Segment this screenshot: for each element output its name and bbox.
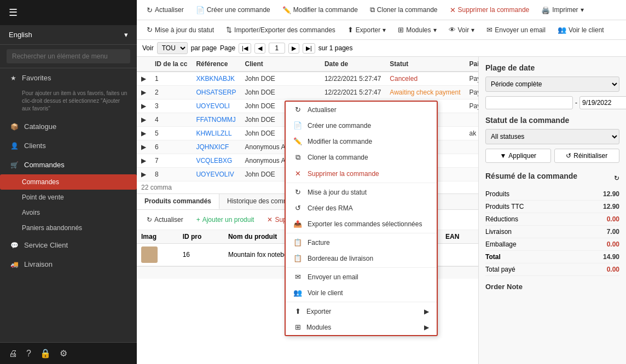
modules-label: Modules bbox=[406, 26, 431, 34]
periode-select[interactable]: Période complète bbox=[485, 77, 619, 92]
clients-icon: 👤 bbox=[10, 142, 19, 150]
search-input[interactable] bbox=[7, 49, 130, 63]
ctx-actualiser[interactable]: ↻ Actualiser bbox=[286, 102, 437, 118]
date-fin-input[interactable] bbox=[579, 96, 626, 109]
sidebar-sub-item-avoirs[interactable]: Avoirs bbox=[0, 205, 137, 220]
ctx-maj-statut[interactable]: ↻ Mise à jour du statut bbox=[286, 184, 437, 200]
service-client-icon: 💬 bbox=[10, 242, 19, 249]
expand-icon: ▶ bbox=[137, 154, 150, 168]
col-id[interactable]: ID de la cc bbox=[150, 57, 192, 72]
envoyer-email-button[interactable]: ✉ Envoyer un email bbox=[482, 24, 550, 36]
ctx-exporter-selectionnees[interactable]: 📤 Exporter les commandes sélectionnées bbox=[286, 216, 437, 232]
date-range-row: - bbox=[485, 96, 619, 109]
expand-icon: ▶ bbox=[137, 99, 150, 113]
expand-icon: ▶ bbox=[137, 72, 150, 86]
expand-icon: ▶ bbox=[137, 113, 150, 127]
sidebar-item-clients[interactable]: 👤 Clients bbox=[0, 136, 137, 155]
col-client[interactable]: Client bbox=[241, 57, 320, 72]
ctx-facture[interactable]: 📋 Facture bbox=[286, 234, 437, 250]
ctx-envoyer-email[interactable]: ✉ Envoyer un email bbox=[286, 269, 437, 285]
ctx-customer-icon: 👥 bbox=[293, 289, 302, 297]
order-client: John DOE bbox=[241, 86, 320, 99]
date-debut-input[interactable] bbox=[485, 96, 573, 109]
tab-produits-commandes[interactable]: Produits commandés bbox=[137, 194, 219, 209]
cloner-commande-button[interactable]: ⧉ Cloner la commande bbox=[366, 3, 442, 16]
ctx-supprimer-commande[interactable]: ✕ Supprimer la commande bbox=[286, 166, 437, 181]
ajouter-produit-button[interactable]: + Ajouter un produit bbox=[192, 214, 259, 226]
sidebar-item-livraison[interactable]: 🚚 Livraison bbox=[0, 255, 137, 274]
sidebar-lang[interactable]: English ▾ bbox=[0, 25, 137, 45]
settings-icon[interactable]: ⚙ bbox=[60, 348, 67, 359]
sidebar-item-commandes[interactable]: 🛒 Commandes bbox=[0, 155, 137, 174]
appliquer-button[interactable]: ▼ Appliquer bbox=[485, 149, 551, 163]
hamburger-icon[interactable]: ☰ bbox=[9, 7, 18, 19]
refresh-icon: ↻ bbox=[147, 6, 153, 14]
reinitialiser-button[interactable]: ↺ Réinitialiser bbox=[554, 149, 620, 163]
supprimer-commande-button[interactable]: ✕ Supprimer la commande bbox=[445, 4, 534, 16]
sidebar-header: ☰ bbox=[0, 0, 137, 25]
actualiser-produits-button[interactable]: ↻ Actualiser bbox=[142, 214, 188, 226]
import-export-button[interactable]: ⇅ Importer/Exporter des commandes bbox=[222, 24, 340, 36]
page-input[interactable] bbox=[269, 43, 285, 54]
sidebar-item-favorites[interactable]: ★ Favorites bbox=[0, 68, 137, 87]
ctx-export-select-icon: 📤 bbox=[293, 220, 302, 228]
voir-client-button[interactable]: 👥 Voir le client bbox=[553, 24, 608, 36]
sidebar-item-catalogue[interactable]: 📦 Catalogue bbox=[0, 117, 137, 136]
order-note-label: Order Note bbox=[485, 283, 619, 291]
ctx-modules[interactable]: ⊞ Modules ▶ bbox=[286, 319, 437, 335]
first-page-button[interactable]: |◀ bbox=[239, 43, 251, 54]
ctx-creer-commande[interactable]: 📄 Créer une commande bbox=[286, 118, 437, 133]
emballage-label: Emballage bbox=[485, 240, 517, 248]
ctx-export-icon: ⬆ bbox=[293, 307, 302, 315]
order-id: 1 bbox=[150, 72, 192, 86]
statut-select[interactable]: All statuses bbox=[485, 129, 619, 144]
col-date[interactable]: Date de bbox=[320, 57, 385, 72]
ajouter-produit-label: Ajouter un produit bbox=[202, 216, 254, 224]
star-icon: ★ bbox=[10, 74, 16, 82]
sidebar-sub-item-paniers[interactable]: Paniers abandonnés bbox=[0, 220, 137, 236]
sidebar-item-service-client[interactable]: 💬 Service Client bbox=[0, 236, 137, 255]
col-paie[interactable]: Paie bbox=[465, 57, 478, 72]
maj-statut-button[interactable]: ↻ Mise à jour du statut bbox=[142, 24, 218, 36]
summary-row-reductions: Réductions 0.00 bbox=[485, 213, 619, 226]
order-id: 2 bbox=[150, 86, 192, 99]
ctx-cloner-commande[interactable]: ⧉ Cloner la commande bbox=[286, 149, 437, 166]
help-icon[interactable]: ? bbox=[26, 349, 31, 359]
next-page-button[interactable]: ▶ bbox=[288, 43, 299, 54]
chevron-down-icon: ▾ bbox=[124, 31, 128, 39]
print-icon[interactable]: 🖨 bbox=[9, 349, 18, 359]
ctx-modifier-commande[interactable]: ✏️ Modifier la commande bbox=[286, 133, 437, 149]
summary-row-total-paye: Total payé 0.00 bbox=[485, 263, 619, 276]
order-client: John DOE bbox=[241, 72, 320, 86]
actualiser-button[interactable]: ↻ Actualiser bbox=[142, 4, 188, 16]
ctx-bordereau[interactable]: 📋 Bordereau de livraison bbox=[286, 250, 437, 266]
imprimer-button[interactable]: 🖨️ Imprimer ▾ bbox=[537, 4, 588, 16]
sidebar-sub-item-pos[interactable]: Point de vente bbox=[0, 190, 137, 205]
sidebar-sub-item-commandes[interactable]: Commandes bbox=[0, 174, 137, 190]
exporter-button[interactable]: ⬆ Exporter ▾ bbox=[343, 24, 390, 36]
filter-buttons: ▼ Appliquer ↺ Réinitialiser bbox=[485, 149, 619, 163]
voir-label: Voir bbox=[458, 26, 470, 34]
table-row[interactable]: ▶ 1 XKBKNABJK John DOE 12/22/2021 5:27:4… bbox=[137, 72, 478, 86]
ctx-exporter[interactable]: ⬆ Exporter ▶ bbox=[286, 303, 437, 319]
resume-refresh-icon[interactable]: ↻ bbox=[614, 174, 619, 182]
catalogue-icon: 📦 bbox=[10, 123, 19, 131]
lock-icon[interactable]: 🔒 bbox=[40, 348, 51, 359]
voir-button[interactable]: 👁 Voir ▾ bbox=[444, 24, 479, 36]
order-date: 12/22/2021 5:27:47 bbox=[320, 86, 385, 99]
col-statut[interactable]: Statut bbox=[385, 57, 465, 72]
modules-button[interactable]: ⊞ Modules ▾ bbox=[393, 24, 440, 36]
last-page-button[interactable]: ▶| bbox=[303, 43, 315, 54]
col-prod-id: ID pro bbox=[178, 230, 224, 244]
col-ref[interactable]: Référence bbox=[192, 57, 240, 72]
expand-icon: ▶ bbox=[137, 168, 150, 181]
ctx-voir-client[interactable]: 👥 Voir le client bbox=[286, 285, 437, 301]
prev-page-button[interactable]: ◀ bbox=[254, 43, 265, 54]
modifier-commande-button[interactable]: ✏️ Modifier la commande bbox=[278, 4, 362, 16]
creer-commande-button[interactable]: 📄 Créer une commande bbox=[192, 4, 275, 16]
table-row[interactable]: ▶ 2 OHSATSERP John DOE 12/22/2021 5:27:4… bbox=[137, 86, 478, 99]
ctx-creer-rma[interactable]: ↺ Créer des RMA bbox=[286, 200, 437, 216]
ctx-edit-icon: ✏️ bbox=[293, 137, 302, 145]
chevron-down-icon-3: ▾ bbox=[433, 26, 437, 34]
per-page-select[interactable]: TOU bbox=[157, 42, 188, 54]
